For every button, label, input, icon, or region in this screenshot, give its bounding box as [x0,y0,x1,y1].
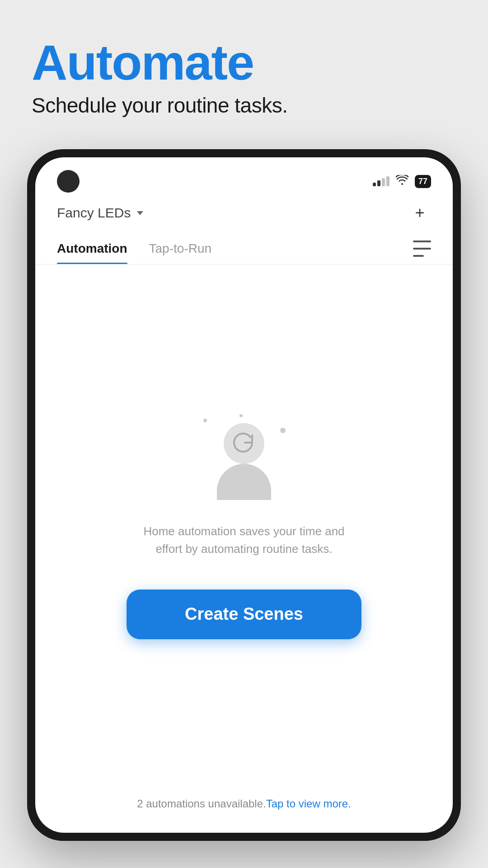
status-left [57,170,93,193]
signal-bar-3 [382,178,385,186]
app-header: Fancy LEDs + [35,197,453,233]
home-name-selector[interactable]: Fancy LEDs [57,205,143,221]
tabs-row: Automation Tap-to-Run [35,233,453,264]
empty-description: Home automation saves your time and effo… [136,523,352,558]
battery-level: 77 [418,177,427,186]
home-name-label: Fancy LEDs [57,205,131,221]
list-line-1 [413,241,431,242]
sync-icon [232,432,256,455]
tap-to-view-more-link[interactable]: Tap to view more. [266,797,351,810]
wifi-icon [396,175,408,188]
signal-bar-1 [373,183,376,186]
sparkle-dot-2 [280,428,286,433]
bottom-status: 2 automations unavailable.Tap to view mo… [35,784,453,833]
battery-indicator: 77 [415,175,431,188]
person-body [217,464,271,500]
sync-icon-container [224,423,264,464]
list-line-3 [413,255,424,257]
status-bar: 77 [35,157,453,197]
tab-automation[interactable]: Automation [57,233,127,264]
page-subtitle: Schedule your routine tasks. [32,93,456,118]
phone-screen: 77 Fancy LEDs + Automation Tap-to-Run [35,157,453,833]
main-content: Home automation saves your time and effo… [35,264,453,784]
status-right: 77 [373,175,431,188]
add-button[interactable]: + [408,202,431,224]
signal-bar-2 [377,180,380,186]
camera-dot [57,170,80,193]
header-section: Automate Schedule your routine tasks. [32,36,456,118]
sparkle-dot-3 [239,414,243,417]
phone-mockup: 77 Fancy LEDs + Automation Tap-to-Run [27,149,461,841]
automations-unavailable-text: 2 automations unavailable. [137,797,266,810]
create-scenes-button-label: Create Scenes [185,604,303,624]
create-scenes-button[interactable]: Create Scenes [127,590,361,639]
sparkle-dot-1 [203,419,207,422]
tab-tap-to-run[interactable]: Tap-to-Run [149,233,212,264]
signal-bar-4 [386,176,389,186]
list-view-icon[interactable] [413,241,431,257]
page-title: Automate [32,36,456,89]
tabs-left: Automation Tap-to-Run [57,233,233,264]
empty-illustration [194,410,294,500]
list-line-2 [413,248,431,250]
chevron-down-icon [137,211,143,215]
signal-icon [373,176,389,186]
